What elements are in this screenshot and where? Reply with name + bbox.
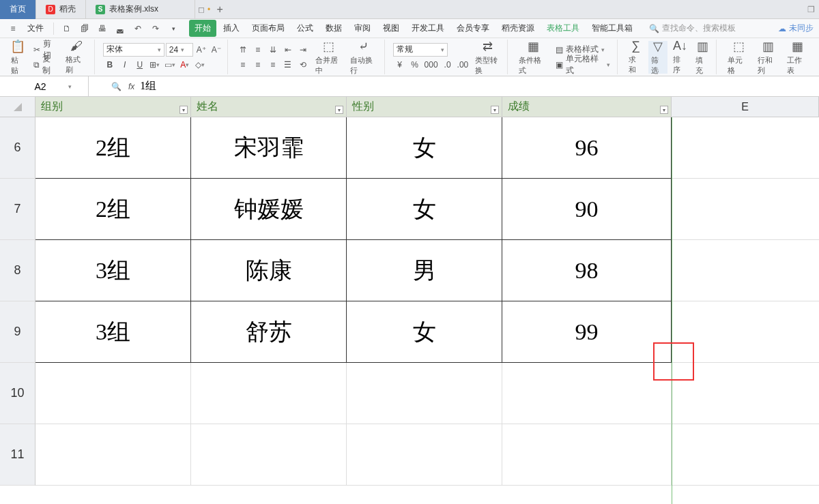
auto-wrap-button[interactable]: ⤶ 自动换行 <box>347 41 379 74</box>
cell-C7[interactable]: 女 <box>347 179 502 240</box>
worksheet-button[interactable]: ▦工作表 <box>784 41 811 74</box>
ribbon-tab-layout[interactable]: 页面布局 <box>246 20 290 37</box>
decrease-decimal-icon[interactable]: .0 <box>441 58 455 72</box>
ribbon-tab-review[interactable]: 审阅 <box>349 20 376 37</box>
tab-file[interactable]: S 表格案例.xlsx <box>86 0 195 19</box>
ribbon-tab-insert[interactable]: 插入 <box>218 20 245 37</box>
cell-A7[interactable]: 2组 <box>35 179 191 240</box>
ribbon-tab-start[interactable]: 开始 <box>189 20 216 37</box>
app-menu-icon[interactable]: ≡ <box>5 21 20 36</box>
chevron-down-icon[interactable]: ▾ <box>68 83 72 90</box>
fill-button[interactable]: ▥填充 <box>693 41 713 74</box>
window-control-icon[interactable]: ❐ <box>807 5 815 14</box>
cell-C8[interactable]: 男 <box>347 240 502 301</box>
cell-E9[interactable] <box>672 301 819 363</box>
orientation-icon[interactable]: ⟲ <box>296 58 310 72</box>
justify-icon[interactable]: ☰ <box>281 58 295 72</box>
col-head-C[interactable]: 性别 ▾ <box>347 97 502 117</box>
font-size-select[interactable]: 24 ▾ <box>166 43 193 57</box>
underline-button[interactable]: U <box>133 58 147 72</box>
cell-E7[interactable] <box>672 179 819 240</box>
tab-options-icon[interactable]: ◻ <box>198 5 205 14</box>
align-top-icon[interactable]: ⇈ <box>236 43 250 57</box>
align-bottom-icon[interactable]: ⇊ <box>266 43 280 57</box>
ribbon-tab-member[interactable]: 会员专享 <box>451 20 495 37</box>
filter-button[interactable]: ▽筛选 <box>648 41 668 74</box>
filter-dropdown-icon[interactable]: ▾ <box>491 106 499 114</box>
number-format-select[interactable]: 常规 ▾ <box>393 43 448 57</box>
zoom-icon[interactable]: 🔍 <box>109 80 123 93</box>
redo-icon[interactable]: ↷ <box>148 21 163 36</box>
decrease-font-icon[interactable]: A⁻ <box>210 43 223 57</box>
font-name-select[interactable]: 宋体 ▾ <box>103 43 164 57</box>
cell-B7[interactable]: 钟媛媛 <box>191 179 347 240</box>
print-icon[interactable]: 🖶 <box>95 21 110 36</box>
align-middle-icon[interactable]: ≡ <box>251 43 265 57</box>
formula-input[interactable] <box>140 80 819 93</box>
cell-D8[interactable]: 98 <box>502 240 672 301</box>
undo-icon[interactable]: ↶ <box>130 21 145 36</box>
percent-icon[interactable]: % <box>408 58 422 72</box>
filter-dropdown-icon[interactable]: ▾ <box>179 106 188 114</box>
cell-button[interactable]: ⬚单元格 <box>725 41 751 74</box>
row-col-button[interactable]: ▥行和列 <box>755 41 781 74</box>
fill-color-button[interactable]: ▭▾ <box>163 58 177 72</box>
ribbon-tab-view[interactable]: 视图 <box>377 20 405 37</box>
cell-D9[interactable]: 99 <box>502 301 672 363</box>
cell-D11[interactable] <box>502 424 672 486</box>
cell-B10[interactable] <box>191 363 347 424</box>
row-head-9[interactable]: 9 <box>0 301 35 363</box>
name-box[interactable]: ▾ <box>0 76 89 97</box>
cell-E11[interactable] <box>672 424 819 486</box>
new-tab-button[interactable]: + <box>210 3 229 16</box>
cell-C9[interactable]: 女 <box>347 301 502 363</box>
print-preview-icon[interactable]: ◛ <box>113 21 128 36</box>
file-menu[interactable]: 文件 <box>23 23 48 34</box>
cell-C10[interactable] <box>347 363 502 424</box>
indent-decrease-icon[interactable]: ⇤ <box>281 43 295 57</box>
align-left-icon[interactable]: ≡ <box>236 58 250 72</box>
fx-icon[interactable]: fx <box>128 82 134 91</box>
paste-button[interactable]: 📋 粘贴 <box>8 41 28 74</box>
bold-button[interactable]: B <box>103 58 117 72</box>
cell-B9[interactable]: 舒苏 <box>191 301 347 363</box>
cell-B6[interactable]: 宋羽霏 <box>191 117 347 179</box>
cell-D7[interactable]: 90 <box>502 179 672 240</box>
format-painter-button[interactable]: 🖌 格式刷 <box>63 41 89 74</box>
increase-font-icon[interactable]: A⁺ <box>195 43 208 57</box>
align-right-icon[interactable]: ≡ <box>266 58 280 72</box>
row-head-7[interactable]: 7 <box>0 179 35 240</box>
align-center-icon[interactable]: ≡ <box>251 58 265 72</box>
row-head-11[interactable]: 11 <box>0 424 35 486</box>
thousands-icon[interactable]: 000 <box>423 58 440 72</box>
ribbon-tab-data[interactable]: 数据 <box>320 20 347 37</box>
sync-status[interactable]: ☁ 未同步 <box>778 23 814 34</box>
filter-dropdown-icon[interactable]: ▾ <box>335 106 343 114</box>
ribbon-tab-dev[interactable]: 开发工具 <box>406 20 450 37</box>
tab-home[interactable]: 首页 <box>0 0 36 19</box>
cell-A10[interactable] <box>35 363 191 424</box>
clear-format-button[interactable]: ◇▾ <box>193 58 207 72</box>
undo-history-dropdown[interactable]: ▾ <box>166 21 181 36</box>
cell-C6[interactable]: 女 <box>347 117 502 179</box>
borders-button[interactable]: ⊞▾ <box>148 58 162 72</box>
copy-button[interactable]: ⧉ 复制 <box>31 58 61 72</box>
spreadsheet-grid[interactable]: 组别 ▾ 姓名 ▾ 性别 ▾ 成绩 ▾ E 6 7 8 9 10 11 2组 宋… <box>0 97 819 504</box>
tab-docer[interactable]: D 稻壳 <box>36 0 86 19</box>
ribbon-tab-table-tools[interactable]: 表格工具 <box>541 20 585 37</box>
col-head-A[interactable]: 组别 ▾ <box>35 97 191 117</box>
command-search[interactable]: 🔍 查找命令、搜索模板 <box>649 23 736 34</box>
name-box-input[interactable] <box>16 81 64 92</box>
cell-C11[interactable] <box>347 424 502 486</box>
col-head-B[interactable]: 姓名 ▾ <box>191 97 347 117</box>
cell-E10[interactable] <box>672 363 819 424</box>
sort-button[interactable]: A↓排序 <box>670 41 690 74</box>
cell-E6[interactable] <box>672 117 819 179</box>
indent-increase-icon[interactable]: ⇥ <box>296 43 310 57</box>
cell-B11[interactable] <box>191 424 347 486</box>
row-head-6[interactable]: 6 <box>0 117 35 179</box>
ribbon-tab-smart[interactable]: 智能工具箱 <box>586 20 638 37</box>
save-icon[interactable]: 🗋 <box>59 21 74 36</box>
sum-button[interactable]: ∑求和 <box>626 41 646 74</box>
select-all-corner[interactable] <box>0 97 35 117</box>
